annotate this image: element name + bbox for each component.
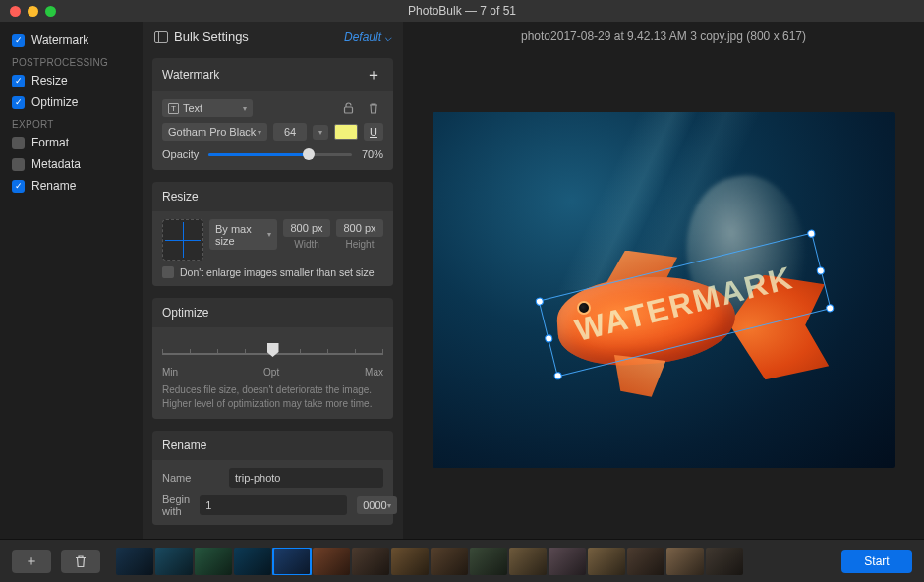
checkbox-icon[interactable]: ✓ (12, 180, 25, 193)
preview-image[interactable]: WATERMARK (433, 112, 895, 468)
resize-mode-select[interactable]: By max size▾ (209, 219, 277, 250)
rename-pad-select[interactable]: 0000▾ (357, 496, 396, 514)
svg-rect-2 (344, 107, 352, 113)
panel-title: Resize (162, 190, 199, 204)
checkbox-icon[interactable]: ✓ (12, 96, 25, 109)
sidebar-item-label: Optimize (31, 95, 78, 109)
layout-icon (154, 31, 168, 43)
sidebar-item-format[interactable]: Format (0, 132, 143, 153)
resize-height-input[interactable] (336, 219, 383, 237)
titlebar: PhotoBulk — 7 of 51 (0, 0, 924, 22)
dont-enlarge-label: Don't enlarge images smaller than set si… (180, 266, 375, 278)
sidebar-item-metadata[interactable]: Metadata (0, 153, 143, 175)
chevron-down-icon: ⌵ (384, 30, 391, 44)
sidebar-item-label: Metadata (31, 157, 81, 171)
unlock-icon[interactable] (338, 99, 358, 117)
opacity-slider[interactable] (208, 146, 352, 162)
thumbnail[interactable] (666, 548, 704, 575)
underline-button[interactable]: U (364, 123, 383, 141)
font-select[interactable]: Gotham Pro Black▾ (162, 123, 267, 141)
thumbnail[interactable] (273, 548, 311, 575)
preview-pane: photo2017-08-29 at 9.42.13 AM 3 copy.jpg… (403, 22, 924, 539)
rename-name-input[interactable] (229, 468, 383, 488)
color-swatch[interactable] (334, 124, 358, 140)
thumbnail[interactable] (313, 548, 350, 575)
sidebar-item-resize[interactable]: ✓ Resize (0, 70, 143, 91)
panel-title: Rename (162, 438, 206, 452)
font-size-stepper[interactable]: ▾ (313, 125, 328, 140)
optimize-slider[interactable] (162, 339, 383, 363)
remove-images-button[interactable] (61, 550, 100, 573)
panel-optimize: Optimize Min Opt Max Reduces file size, … (152, 298, 393, 419)
sidebar-item-optimize[interactable]: ✓ Optimize (0, 91, 143, 113)
sidebar: ✓ Watermark POSTPROCESSING ✓ Resize ✓ Op… (0, 22, 143, 539)
thumbnail[interactable] (549, 548, 586, 575)
checkbox-icon[interactable]: ✓ (12, 34, 25, 47)
resize-preview-icon (162, 219, 203, 261)
watermark-type-select[interactable]: TText ▾ (162, 99, 253, 117)
opacity-value: 70% (362, 148, 383, 160)
sidebar-item-label: Rename (31, 179, 76, 193)
sidebar-item-label: Watermark (31, 33, 88, 47)
thumbnail[interactable] (509, 548, 547, 575)
opacity-label: Opacity (162, 148, 199, 160)
panel-title: Watermark (162, 68, 219, 82)
sidebar-item-watermark[interactable]: ✓ Watermark (0, 29, 143, 51)
svg-rect-0 (155, 31, 168, 42)
optimize-hint: Reduces file size, doesn't deteriorate t… (162, 383, 383, 411)
panel-rename: Rename Name Begin with 0000▾ Suffix▾ (152, 431, 393, 525)
thumbnail[interactable] (588, 548, 625, 575)
font-size-input[interactable] (273, 123, 307, 141)
sidebar-group-export: EXPORT (0, 113, 143, 132)
thumbnail[interactable] (352, 548, 389, 575)
thumbnail[interactable] (195, 548, 232, 575)
settings-title: Bulk Settings (174, 29, 249, 44)
preset-dropdown[interactable]: Default ⌵ (344, 30, 391, 44)
thumbnail[interactable] (470, 548, 507, 575)
settings-column: Bulk Settings Default ⌵ Watermark ＋ TTex… (143, 22, 403, 539)
checkbox-icon[interactable]: ✓ (12, 75, 25, 87)
thumbnail[interactable] (627, 548, 664, 575)
delete-watermark-button[interactable] (364, 99, 383, 117)
thumbnail[interactable] (234, 548, 271, 575)
dont-enlarge-checkbox[interactable] (162, 266, 174, 278)
thumbnail[interactable] (706, 548, 743, 575)
sidebar-group-postprocessing: POSTPROCESSING (0, 51, 143, 70)
rename-begin-input[interactable] (200, 495, 347, 515)
thumbnail[interactable] (391, 548, 429, 575)
resize-width-input[interactable] (283, 219, 330, 237)
sidebar-item-label: Resize (31, 74, 68, 87)
thumbnail[interactable] (116, 548, 153, 575)
panel-watermark: Watermark ＋ TText ▾ (152, 58, 393, 170)
thumbnail-strip[interactable] (110, 548, 832, 575)
start-button[interactable]: Start (841, 550, 912, 573)
window-title: PhotoBulk — 7 of 51 (0, 4, 924, 18)
checkbox-icon[interactable] (12, 158, 25, 171)
add-watermark-button[interactable]: ＋ (364, 66, 383, 84)
thumbnail[interactable] (431, 548, 468, 575)
sidebar-item-rename[interactable]: ✓ Rename (0, 175, 143, 197)
panel-title: Optimize (162, 306, 208, 320)
add-images-button[interactable]: ＋ (12, 550, 51, 573)
thumbnail[interactable] (155, 548, 193, 575)
preview-filename: photo2017-08-29 at 9.42.13 AM 3 copy.jpg… (403, 22, 924, 51)
panel-resize: Resize By max size▾ Width (152, 182, 393, 286)
checkbox-icon[interactable] (12, 137, 25, 149)
footer: ＋ Start (0, 539, 924, 582)
sidebar-item-label: Format (31, 136, 69, 149)
